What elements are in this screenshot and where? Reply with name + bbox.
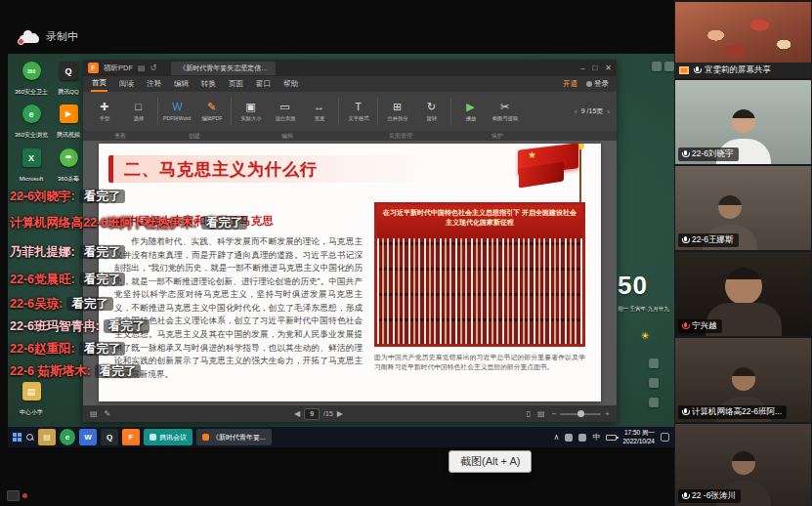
fit-page-button[interactable]: ▭适合页面 xyxy=(268,94,302,129)
snapshot-button[interactable]: ✂截图与提取 xyxy=(488,94,522,129)
zoom-slider[interactable] xyxy=(560,413,601,415)
tab-home[interactable]: 首页 xyxy=(91,76,107,92)
merge-icon: ⊞ xyxy=(393,101,402,113)
tab-window[interactable]: 窗口 xyxy=(255,77,272,91)
wps-icon[interactable]: W xyxy=(79,429,97,445)
fit-page-icon: ▭ xyxy=(279,101,289,113)
corner-widget[interactable] xyxy=(7,490,27,501)
360-browser-taskbar-icon[interactable]: e xyxy=(60,429,75,445)
minimize-button[interactable]: – xyxy=(580,63,584,72)
chat-sender: 22-6赵重阳: xyxy=(10,342,75,356)
desktop-mini-icon[interactable] xyxy=(649,378,659,388)
start-button[interactable] xyxy=(13,433,21,442)
participant-video[interactable]: 22-6刘晓宇 xyxy=(675,80,811,164)
chat-sender: 22-6刘晓宇: xyxy=(10,190,75,203)
desktop-icon-qq[interactable]: Q 腾讯QQ xyxy=(51,62,86,98)
desktop-icon-360-safety[interactable]: 360 360安全卫士 xyxy=(14,62,49,98)
taskbar-clock[interactable]: 17:50 周一 2022/10/24 xyxy=(622,429,655,444)
pdf-to-word-button[interactable]: WPDF转Word xyxy=(160,94,194,129)
participant-video[interactable]: 22-6王娜斯 xyxy=(675,166,811,250)
tray-icon[interactable] xyxy=(578,434,586,442)
screen-share-icon xyxy=(679,66,689,74)
upgrade-button[interactable]: 开通 xyxy=(563,79,577,89)
participant-video[interactable]: 计算机网络高22-6班阿... xyxy=(675,338,811,422)
user-icon xyxy=(586,81,592,87)
undo-icon[interactable]: ↺ xyxy=(150,63,157,72)
pdf-ribbon-tabs: 首页 阅读 注释 编辑 转换 页面 窗口 帮助 开通 登录 xyxy=(83,76,617,92)
desktop-mini-icon[interactable] xyxy=(652,62,662,71)
360-safety-icon: 360 xyxy=(22,62,41,80)
desktop-icon-label: 腾讯QQ xyxy=(58,89,78,95)
annotate-icon[interactable]: ✎ xyxy=(105,409,111,418)
page-total-label: /15 xyxy=(323,410,333,417)
desktop-icon-label: 腾讯视频 xyxy=(57,132,80,138)
rotate-button[interactable]: ↻旋转 xyxy=(414,94,449,129)
participant-video[interactable]: 宁兴越 xyxy=(675,252,811,336)
chat-message: 计算机网络高22-6班阿卜杜热伊木:看完了 xyxy=(10,215,247,232)
participant-video[interactable]: 22 -6张涛川 xyxy=(675,424,811,506)
page-next-icon[interactable]: ▶ xyxy=(337,409,343,418)
merge-split-button[interactable]: ⊞合并拆分 xyxy=(380,94,414,129)
participant-video-sharer[interactable] xyxy=(675,2,811,63)
save-icon[interactable]: ▤ xyxy=(138,63,146,72)
pdf-status-bar: ▤ ✎ ◀ 9 /15 ▶ ▯ ▤ − + xyxy=(83,405,617,422)
desktop-mini-icon[interactable] xyxy=(649,398,659,407)
foxit-taskbar-icon[interactable]: F xyxy=(122,429,140,445)
hand-tool-button[interactable]: ✚手型 xyxy=(87,94,121,129)
taskbar-search-icon[interactable] xyxy=(25,433,34,442)
taskbar-window-meeting[interactable]: 腾讯会议 xyxy=(144,429,192,445)
tab-edit[interactable]: 编辑 xyxy=(173,77,190,91)
close-button[interactable]: ✕ xyxy=(605,63,612,72)
sidebar-panel-icon[interactable]: ▤ xyxy=(90,409,98,418)
word-icon: W xyxy=(172,101,182,113)
input-method-indicator[interactable]: 中 xyxy=(592,432,600,443)
tab-page[interactable]: 页面 xyxy=(228,77,244,91)
zoom-in-icon[interactable]: + xyxy=(605,409,610,418)
document-tab[interactable]: 《新时代青年要矢志坚定信… xyxy=(171,62,276,75)
pdf-document-area[interactable]: 二、马克思主义为什么行 ★ 中国极大丰富和发展了马克思 作为随着时代、实践、科学… xyxy=(83,141,617,405)
recording-cloud-icon xyxy=(20,30,39,43)
chat-text: 看完了 xyxy=(79,245,126,259)
share-label: 宜雯莉的屏幕共享 xyxy=(705,64,771,76)
explorer-icon[interactable]: ▤ xyxy=(38,429,56,445)
chat-text: 看完了 xyxy=(79,342,126,356)
chat-text: 看完了 xyxy=(95,364,142,378)
system-tray: ∧ 中 17:50 周一 2022/10/24 xyxy=(554,429,669,444)
single-page-view-icon[interactable]: ▯ xyxy=(527,409,531,418)
desktop-icon-tencent-video[interactable]: ▶ 腾讯视频 xyxy=(51,105,86,141)
notification-center-icon[interactable] xyxy=(661,433,669,442)
taskbar-window-document[interactable]: 《新时代青年要... xyxy=(196,429,272,445)
page-prev-icon[interactable]: ◀ xyxy=(294,409,300,418)
prev-page-icon[interactable]: ‹ xyxy=(575,107,577,116)
desktop-mini-icon[interactable] xyxy=(664,62,674,71)
maximize-button[interactable]: □ xyxy=(592,63,597,72)
page-number-field[interactable]: 9 xyxy=(304,408,320,420)
tab-read[interactable]: 阅读 xyxy=(118,77,135,91)
desktop-icon-360-antivirus[interactable]: ☂ 360杀毒 xyxy=(51,148,86,185)
tab-help[interactable]: 帮助 xyxy=(282,77,299,91)
desktop-mini-icon[interactable] xyxy=(649,358,659,368)
pdf-reader-window: F 福昕PDF ▤ ↺ 《新时代青年要矢志坚定信… – □ ✕ 首页 阅读 注释… xyxy=(83,60,617,422)
edit-pdf-button[interactable]: ✎编辑PDF xyxy=(194,94,229,129)
tab-convert[interactable]: 转换 xyxy=(200,77,217,91)
tray-icon[interactable] xyxy=(565,434,573,442)
next-page-icon[interactable]: › xyxy=(607,107,610,116)
chat-sender: 22-6党晨旺: xyxy=(10,273,75,286)
play-button[interactable]: ▶播放 xyxy=(453,94,488,129)
select-icon: □ xyxy=(135,101,142,113)
fit-width-button[interactable]: ↔宽度 xyxy=(302,94,336,129)
login-button[interactable]: 登录 xyxy=(586,79,609,89)
mic-icon xyxy=(693,66,701,75)
red-flag-decoration: ★ xyxy=(493,144,593,204)
tab-comment[interactable]: 注释 xyxy=(146,77,162,91)
meeting-window: 录制中 360 360安全卫士 Q 腾讯QQ e 360安全浏览器 ▶ 腾讯视频… xyxy=(0,0,812,506)
actual-size-button[interactable]: ▣实际大小 xyxy=(234,94,268,129)
qq-taskbar-icon[interactable]: Q xyxy=(101,429,118,445)
zoom-out-icon[interactable]: − xyxy=(552,409,557,418)
select-tool-button[interactable]: □选择 xyxy=(121,94,155,129)
tray-expand-icon[interactable]: ∧ xyxy=(554,433,560,442)
continuous-view-icon[interactable]: ▤ xyxy=(537,409,545,418)
battery-icon xyxy=(606,435,617,441)
text-format-button[interactable]: T文字格式 xyxy=(341,94,375,129)
edit-icon: ✎ xyxy=(207,101,216,113)
